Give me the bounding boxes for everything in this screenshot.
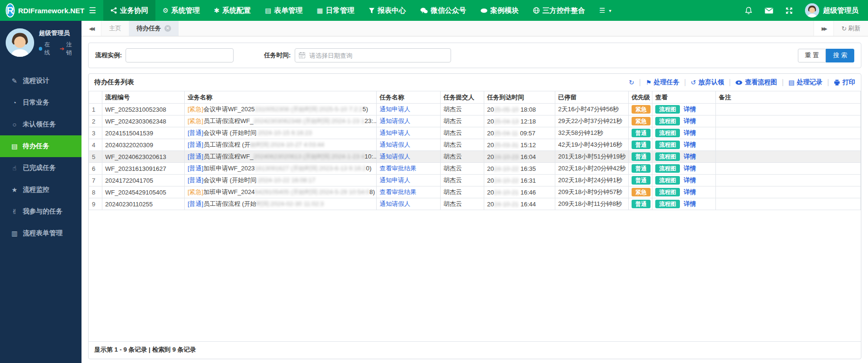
- table-row[interactable]: 320241515041539[普通]会议申请 (开始时间:2024-10-15…: [89, 127, 861, 139]
- toolbar-action-放弃认领[interactable]: ↺放弃认领: [691, 78, 724, 87]
- table-row[interactable]: 920240230110255[普通]员工请假流程 (开始时间:2024-02-…: [89, 198, 861, 210]
- table-row[interactable]: 420240322020309[普通]员工请假流程 (开始时间:2024-10-…: [89, 139, 861, 151]
- brand[interactable]: R RDIFramework.NET: [0, 0, 81, 21]
- table-refresh-button[interactable]: ↻: [629, 79, 634, 86]
- task-name-link[interactable]: 查看审批结果: [380, 188, 416, 195]
- nav-item-系统管理[interactable]: ⚙系统管理: [155, 0, 207, 21]
- flow-chart-button[interactable]: 流程图: [655, 176, 680, 185]
- logout-link[interactable]: 注销: [66, 41, 77, 57]
- messages-button[interactable]: [765, 8, 773, 14]
- tab-待办任务[interactable]: 待办任务✕: [129, 21, 179, 36]
- detail-link[interactable]: 详情: [684, 153, 696, 160]
- flow-chart-button[interactable]: 流程图: [655, 117, 680, 125]
- task-date-input[interactable]: [295, 48, 451, 62]
- detail-link[interactable]: 详情: [684, 200, 696, 207]
- arrival-time-prefix: 20: [487, 165, 494, 172]
- toolbar-action-打印[interactable]: 打印: [834, 78, 855, 87]
- tab-refresh-button[interactable]: ↻ 刷新: [833, 21, 868, 36]
- task-name-link[interactable]: 通知请假人: [380, 200, 410, 207]
- stay-duration-cell: 42天19小时43分钟16秒: [555, 139, 629, 151]
- business-name-text: 员工请假流程WF_: [203, 153, 253, 160]
- detail-link[interactable]: 详情: [684, 177, 696, 184]
- nav-item-报表中心[interactable]: 报表中心: [362, 0, 413, 21]
- task-name-link[interactable]: 通知申请人: [380, 129, 410, 136]
- flow-chart-button[interactable]: 流程图: [655, 200, 680, 208]
- tab-主页[interactable]: 主页: [101, 21, 129, 36]
- caret-down-icon: ▾: [609, 8, 611, 13]
- instance-input[interactable]: [126, 48, 234, 62]
- task-name-link[interactable]: 查看审批结果: [380, 165, 416, 172]
- sidebar-item-我参与的任务[interactable]: ✌我参与的任务: [0, 201, 81, 222]
- sidebar-item-日常业务[interactable]: ◔日常业务: [0, 92, 81, 114]
- nav-item-业务协同[interactable]: 业务协同: [103, 0, 155, 21]
- tabs-scroll-right-button[interactable]: ▶▶: [814, 21, 833, 36]
- sidebar-item-未认领任务[interactable]: ○未认领任务: [0, 114, 81, 135]
- sidebar-item-流程监控[interactable]: ★流程监控: [0, 179, 81, 201]
- task-name-link[interactable]: 通知请假人: [380, 117, 410, 124]
- toolbar-action-处理记录[interactable]: ▤处理记录: [788, 78, 823, 87]
- sidebar-item-待办任务[interactable]: ▤待办任务: [0, 135, 81, 157]
- detail-link[interactable]: 详情: [684, 106, 696, 113]
- flow-chart-button[interactable]: 流程图: [655, 152, 680, 161]
- task-name-link[interactable]: 通知申请人: [380, 177, 410, 184]
- toolbar-action-处理任务[interactable]: ⚑处理任务: [646, 78, 679, 87]
- nav-item-label: 业务协同: [120, 6, 148, 15]
- table-row[interactable]: 6WF_20231613091627[普通]加班申请WF_20231613091…: [89, 163, 861, 175]
- task-name-link[interactable]: 通知申请人: [380, 106, 410, 113]
- flow-chart-button[interactable]: 流程图: [655, 164, 680, 173]
- table-row[interactable]: 2WF_20242303062348[紧急]员工请假流程WF_202423030…: [89, 115, 861, 127]
- sidebar-item-流程设计[interactable]: ✎流程设计: [0, 70, 81, 92]
- flow-chart-button[interactable]: 流程图: [655, 105, 680, 114]
- arrival-time-suffix: 09:57: [520, 130, 536, 137]
- nav-item-微信公众号[interactable]: 微信公众号: [413, 0, 473, 21]
- search-button[interactable]: 搜 索: [826, 49, 854, 62]
- detail-link[interactable]: 详情: [684, 117, 696, 124]
- tabs-scroll-left-button[interactable]: ◀◀: [81, 21, 101, 36]
- nav-item-表单管理[interactable]: ▤表单管理: [258, 0, 309, 21]
- toolbar-separator: |: [729, 78, 731, 87]
- nav-item-more[interactable]: ☰▾: [592, 0, 619, 21]
- table-row[interactable]: 5WF_20240623020613[普通]员工请假流程WF_202406230…: [89, 151, 861, 163]
- detail-link[interactable]: 详情: [684, 141, 696, 148]
- table-row[interactable]: 720241722041705[普通]会议申请 (开始时间:2024-10-22…: [89, 175, 861, 186]
- nav-item-案例模块[interactable]: 案例模块: [473, 0, 526, 21]
- arrival-time-prefix: 20: [487, 142, 494, 149]
- sync-icon: ↻: [629, 79, 634, 86]
- column-header: 备注: [716, 91, 861, 104]
- task-name-cell: 通知申请人: [377, 175, 441, 186]
- flow-chart-button[interactable]: 流程图: [655, 129, 680, 137]
- detail-link[interactable]: 详情: [684, 188, 696, 195]
- tab-close-icon[interactable]: ✕: [164, 25, 171, 32]
- sidebar-item-已完成任务[interactable]: ☝已完成任务: [0, 157, 81, 179]
- redacted-date: 24-10-21: [494, 189, 518, 196]
- tab-label: 主页: [109, 24, 121, 33]
- arrival-time-prefix: 20: [487, 130, 494, 137]
- sidebar-item-label: 流程监控: [23, 186, 49, 194]
- sidebar-user-name: 超级管理员: [39, 29, 77, 37]
- flow-code-cell: 20241515041539: [102, 127, 185, 139]
- detail-link[interactable]: 详情: [684, 165, 696, 172]
- user-menu[interactable]: 超级管理员: [805, 3, 859, 18]
- top-navbar: R RDIFramework.NET ☰ 业务协同⚙系统管理✱系统配置▤表单管理…: [0, 0, 868, 21]
- sidebar-item-流程表单管理[interactable]: ▥流程表单管理: [0, 222, 81, 244]
- flow-chart-button[interactable]: 流程图: [655, 188, 680, 196]
- table-row[interactable]: 1WF_20252310052308[紧急]会议申请WF_20252310052…: [89, 104, 861, 115]
- task-name-cell: 查看审批结果: [377, 163, 441, 175]
- business-name-cell: [紧急]加班申请WF_20245429105405 (开始时间:2024-5-2…: [185, 186, 377, 198]
- redacted-text: 2310052308 (开始时间:2025-5-10 7:2:2: [255, 106, 363, 113]
- nav-item-label: 微信公众号: [431, 6, 466, 15]
- sidebar-toggle-button[interactable]: ☰: [81, 0, 103, 21]
- notifications-button[interactable]: [745, 7, 752, 15]
- arrival-time-suffix: 16:46: [521, 189, 536, 196]
- reset-button[interactable]: 重 置: [798, 49, 826, 62]
- detail-link[interactable]: 详情: [684, 129, 696, 136]
- toolbar-action-查看流程图[interactable]: 查看流程图: [735, 78, 777, 87]
- nav-item-三方控件整合[interactable]: 三方控件整合: [526, 0, 592, 21]
- task-name-link[interactable]: 通知请假人: [380, 153, 410, 160]
- task-name-link[interactable]: 通知请假人: [380, 141, 410, 148]
- nav-item-日常管理[interactable]: ▦日常管理: [310, 0, 362, 21]
- flow-chart-button[interactable]: 流程图: [655, 141, 680, 149]
- fullscreen-button[interactable]: [786, 7, 793, 14]
- nav-item-系统配置[interactable]: ✱系统配置: [207, 0, 258, 21]
- table-row[interactable]: 8WF_20245429105405[紧急]加班申请WF_20245429105…: [89, 186, 861, 198]
